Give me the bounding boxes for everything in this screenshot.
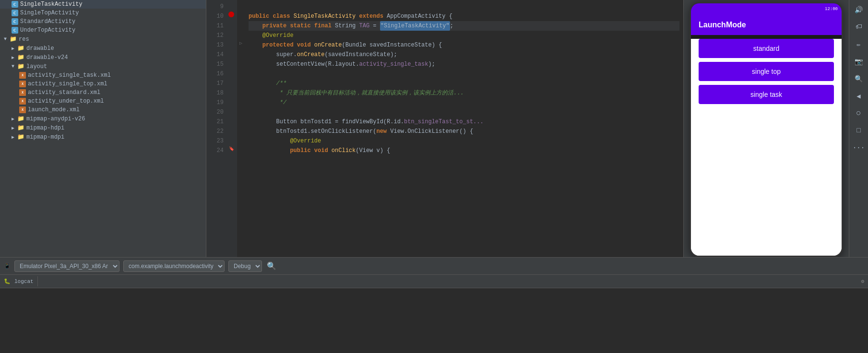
class-icon: C	[12, 10, 18, 16]
back-icon[interactable]: ◀	[851, 88, 867, 104]
folder-icon: 📁	[17, 45, 24, 52]
sidebar-item-label: activity_standard.xml	[28, 89, 100, 96]
code-line-18: * 只要当前回栈中有目标活动，就直接使用该实例，该实例上方的活...	[249, 88, 679, 98]
logcat-tab-label: logcat	[14, 279, 34, 284]
camera-icon[interactable]: 📷	[851, 54, 867, 69]
zoom-in-icon[interactable]: 🔍	[851, 71, 867, 86]
sidebar-item-undertop-activity[interactable]: C UnderTopActivity	[0, 26, 206, 35]
sidebar-item-label: drawable	[26, 45, 54, 52]
sidebar-item-label: activity_under_top.xml	[28, 98, 104, 105]
sidebar-item-label: activity_single_task.xml	[28, 72, 111, 79]
android-device: 12:00 LaunchMode standard single top sin…	[690, 2, 843, 257]
sidebar-item-label: activity_single_top.xml	[28, 81, 107, 87]
single-top-button[interactable]: single top	[699, 62, 834, 81]
status-bar: 12:00	[691, 3, 842, 15]
single-task-button[interactable]: single task	[699, 85, 834, 104]
edit-icon[interactable]: ✏️	[851, 36, 867, 52]
code-line-24: public void onClick(View v) {	[249, 146, 679, 155]
chevron-right-icon: ▶	[12, 134, 14, 140]
line-numbers: 9 10 11 12 13 14 15 16 17 18 19 20 21 22…	[206, 0, 226, 257]
sidebar-item-activity-single-top-xml[interactable]: X activity_single_top.xml	[0, 80, 206, 88]
sidebar-item-label: layout	[26, 63, 47, 70]
sidebar-item-label: mipmap-mdpi	[26, 134, 64, 141]
right-toolbar: 🔊 🏷 ✏️ 📷 🔍 ◀ ○ □ ···	[849, 0, 868, 257]
code-line-17: /**	[249, 79, 679, 88]
sidebar-item-label: drawable-v24	[26, 54, 68, 61]
class-icon: C	[12, 27, 18, 34]
sidebar-item-res[interactable]: ▼ 📁 res	[0, 35, 206, 44]
code-line-21: Button btnTostd1 = findViewById(R.id.btn…	[249, 117, 679, 127]
build-select[interactable]: Debug	[228, 260, 262, 272]
sidebar-item-label: SingleTaskActivity	[20, 1, 83, 8]
search-button[interactable]: 🔍	[266, 260, 277, 272]
sidebar-item-activity-under-top-xml[interactable]: X activity_under_top.xml	[0, 97, 206, 106]
code-line-15: setContentView(R.layout.activity_single_…	[249, 59, 679, 69]
code-line-20	[249, 107, 679, 117]
sidebar-item-label: StandardActivity	[20, 18, 75, 25]
code-line-16	[249, 69, 679, 79]
chevron-right-icon: ▶	[12, 55, 14, 60]
more-icon[interactable]: ···	[851, 140, 867, 155]
emulator-select[interactable]: Emulator Pixel_3a_API_30_x86 Ar	[14, 260, 119, 272]
file-tree: C SingleTaskActivity C SingleTopActivity…	[0, 0, 206, 257]
folder-icon: 📁	[17, 124, 24, 131]
sidebar-item-label: launch_mode.xml	[28, 106, 80, 113]
device-panel: 12:00 LaunchMode standard single top sin…	[683, 0, 849, 257]
fold-panel: ▷	[237, 0, 245, 257]
package-select[interactable]: com.example.launchmodeactivity	[123, 260, 225, 272]
xml-icon: X	[19, 89, 26, 96]
code-line-12: @Override	[249, 31, 679, 40]
chevron-right-icon: ▶	[12, 116, 14, 122]
sidebar-item-single-task-activity[interactable]: C SingleTaskActivity	[0, 0, 206, 9]
code-line-13: protected void onCreate(Bundle savedInst…	[249, 40, 679, 50]
sidebar-item-single-top-activity[interactable]: C SingleTopActivity	[0, 9, 206, 17]
circle-icon[interactable]: ○	[851, 106, 867, 121]
sidebar-item-activity-standard-xml[interactable]: X activity_standard.xml	[0, 88, 206, 97]
code-line-9	[249, 2, 679, 12]
tag-icon[interactable]: 🏷	[851, 19, 867, 35]
chevron-right-icon: ▶	[12, 46, 14, 51]
logcat-label: 🐛	[4, 278, 11, 284]
logcat-tab[interactable]: 🐛 logcat	[0, 276, 38, 286]
app-bar: LaunchMode	[691, 15, 842, 35]
bottom-area: 📱 Emulator Pixel_3a_API_30_x86 Ar com.ex…	[0, 257, 868, 353]
gutter-panel: 🔖	[226, 0, 237, 257]
sidebar-item-drawable-v24[interactable]: ▶ 📁 drawable-v24	[0, 53, 206, 62]
chevron-down-icon: ▼	[12, 64, 14, 69]
code-line-14: super.onCreate(savedInstanceState);	[249, 50, 679, 59]
standard-button[interactable]: standard	[699, 39, 834, 58]
volume-icon[interactable]: 🔊	[851, 2, 867, 17]
sidebar-item-launch-mode-xml[interactable]: X launch_mode.xml	[0, 106, 206, 114]
sidebar-item-activity-single-task-xml[interactable]: X activity_single_task.xml	[0, 71, 206, 80]
device-icon: 📱	[4, 263, 11, 269]
sidebar-item-mipmap-anydpi[interactable]: ▶ 📁 mipmap-anydpi-v26	[0, 114, 206, 123]
code-content[interactable]: public class SingleTaskActivity extends …	[245, 0, 683, 257]
sidebar-item-mipmap-mdpi[interactable]: ▶ 📁 mipmap-mdpi	[0, 132, 206, 141]
xml-icon: X	[19, 81, 26, 87]
sidebar-item-mipmap-hdpi[interactable]: ▶ 📁 mipmap-hdpi	[0, 123, 206, 132]
app-title: LaunchMode	[699, 21, 746, 29]
square-icon[interactable]: □	[851, 123, 867, 138]
folder-icon: 📁	[17, 115, 24, 122]
chevron-right-icon: ▶	[12, 125, 14, 131]
bottom-toolbar: 📱 Emulator Pixel_3a_API_30_x86 Ar com.ex…	[0, 258, 868, 275]
class-icon: C	[12, 18, 18, 25]
xml-icon: X	[19, 72, 26, 79]
xml-icon: X	[19, 106, 26, 113]
sidebar-item-label: mipmap-hdpi	[26, 125, 64, 131]
folder-icon: 📁	[17, 63, 24, 70]
code-line-10: public class SingleTaskActivity extends …	[249, 12, 679, 21]
folder-icon: 📁	[17, 133, 24, 141]
sidebar-item-label: SingleTopActivity	[20, 10, 79, 16]
folder-icon: 📁	[17, 54, 24, 61]
code-editor[interactable]: 9 10 11 12 13 14 15 16 17 18 19 20 21 22…	[206, 0, 683, 257]
gear-settings-icon[interactable]: ⚙️	[861, 278, 864, 284]
sidebar-item-layout[interactable]: ▼ 📁 layout	[0, 62, 206, 71]
chevron-down-icon: ▼	[4, 36, 7, 42]
sidebar-item-label: UnderTopActivity	[20, 27, 75, 34]
app-content: standard single top single task	[691, 39, 842, 257]
sidebar-item-drawable[interactable]: ▶ 📁 drawable	[0, 44, 206, 53]
sidebar-item-standard-activity[interactable]: C StandardActivity	[0, 17, 206, 26]
code-line-11: private static final String TAG = "Singl…	[249, 21, 679, 31]
folder-icon: 📁	[10, 35, 17, 43]
